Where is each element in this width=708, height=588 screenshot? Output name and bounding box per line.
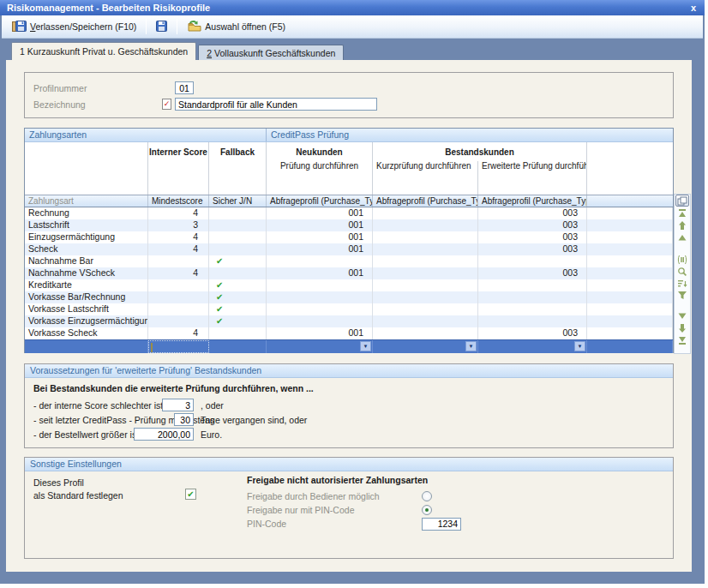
quick-profile-cell[interactable] (373, 291, 478, 303)
table-row[interactable]: Nachnahme Bar✔ (25, 255, 673, 267)
min-score-cell[interactable]: 4 (148, 267, 209, 279)
secure-check-cell[interactable] (209, 267, 267, 279)
payment-type-cell[interactable]: Lastschrift (25, 219, 148, 231)
extended-profile-cell[interactable]: ▼ (478, 340, 587, 353)
extended-profile-cell[interactable] (478, 255, 587, 267)
extended-profile-cell[interactable]: 003 (478, 219, 587, 231)
secure-check-cell[interactable]: ✔ (209, 315, 267, 327)
dropdown-button[interactable]: ▼ (360, 341, 371, 351)
min-score-cell[interactable]: 3 (148, 219, 209, 231)
new-profile-cell[interactable]: 001 (267, 267, 373, 279)
extended-profile-cell[interactable]: 003 (478, 243, 587, 255)
quick-profile-cell[interactable] (373, 327, 478, 339)
spare-cell[interactable] (587, 231, 673, 243)
payment-type-cell[interactable]: Nachnahme Bar (25, 255, 148, 267)
new-profile-cell[interactable] (267, 279, 373, 291)
secure-check-cell[interactable]: ✔ (209, 303, 267, 315)
columns-icon[interactable] (677, 255, 687, 264)
spare-cell[interactable] (587, 207, 673, 219)
save-button[interactable] (151, 18, 172, 36)
new-profile-cell[interactable]: ▼ (267, 340, 373, 353)
min-score-cell[interactable] (148, 303, 209, 315)
table-row[interactable]: Vorkasse Einzugsermächtigung✔ (25, 315, 673, 327)
dropdown-button[interactable]: ▼ (574, 341, 585, 351)
new-profile-cell[interactable]: 001 (267, 327, 373, 339)
copy-icon[interactable] (675, 195, 689, 207)
spare-cell[interactable] (587, 340, 673, 353)
pin-code-input[interactable] (422, 518, 461, 531)
payment-type-cell[interactable]: Einzugsermächtigung (25, 231, 148, 243)
min-score-cell[interactable]: 4 (148, 243, 209, 255)
dropdown-button[interactable]: ▼ (465, 341, 477, 351)
extended-profile-cell[interactable] (478, 315, 587, 327)
spare-cell[interactable] (587, 279, 673, 291)
payment-type-cell[interactable]: Vorkasse Einzugsermächtigung (25, 315, 148, 327)
min-score-cell[interactable] (148, 315, 209, 327)
secure-check-cell[interactable] (209, 327, 267, 339)
extended-profile-cell[interactable]: 003 (478, 231, 587, 243)
new-profile-cell[interactable]: 001 (267, 207, 373, 219)
quick-profile-cell[interactable] (373, 279, 478, 291)
table-row[interactable]: Einzugsermächtigung4001003 (25, 231, 673, 243)
table-row[interactable]: Vorkasse Lastschrift✔ (25, 303, 673, 315)
new-profile-cell[interactable] (267, 255, 373, 267)
min-score-cell[interactable]: 4 (148, 327, 209, 339)
table-row[interactable]: Vorkasse Scheck4001003 (25, 327, 673, 339)
close-icon[interactable]: x (689, 3, 698, 13)
min-score-cell[interactable]: 4 (148, 207, 209, 219)
secure-check-cell[interactable]: ✔ (209, 255, 267, 267)
min-score-cell[interactable] (148, 279, 209, 291)
score-threshold-input[interactable] (162, 399, 194, 411)
secure-cell[interactable] (209, 340, 267, 353)
new-profile-cell[interactable] (267, 291, 373, 303)
secure-check-cell[interactable]: ✔ (209, 279, 267, 291)
secure-check-cell[interactable] (209, 207, 267, 219)
default-profile-checkbox[interactable]: ✔ (185, 489, 196, 500)
page-down-icon[interactable] (677, 311, 687, 321)
profile-name-input[interactable] (175, 98, 377, 111)
table-row[interactable]: Kreditkarte✔ (25, 279, 673, 291)
secure-check-cell[interactable] (209, 243, 267, 255)
quick-profile-cell[interactable] (373, 303, 478, 315)
tab-vollauskunft[interactable]: 2 Vollauskunft Geschäftskunden (198, 45, 344, 60)
secure-check-cell[interactable] (209, 231, 267, 243)
payment-type-cell[interactable]: Vorkasse Lastschrift (25, 303, 148, 315)
spare-cell[interactable] (587, 255, 673, 267)
table-row-new[interactable]: ▼ ▼ ▼ (25, 339, 673, 353)
min-score-cell-editing[interactable] (148, 340, 209, 353)
spellcheck-icon[interactable]: ✓ (162, 99, 171, 110)
payment-type-cell[interactable] (25, 340, 148, 353)
new-profile-cell[interactable]: 001 (267, 243, 373, 255)
table-row[interactable]: Vorkasse Bar/Rechnung✔ (25, 291, 673, 303)
spare-cell[interactable] (587, 267, 673, 279)
spare-cell[interactable] (587, 291, 673, 303)
radio-pin[interactable] (422, 505, 432, 515)
quick-profile-cell[interactable]: ▼ (373, 340, 478, 353)
new-profile-cell[interactable] (267, 303, 373, 315)
secure-check-cell[interactable] (209, 219, 267, 231)
spare-cell[interactable] (587, 327, 673, 339)
payment-type-cell[interactable]: Nachnahme VScheck (25, 267, 148, 279)
radio-operator[interactable] (422, 491, 432, 501)
min-score-cell[interactable] (148, 291, 209, 303)
spare-cell[interactable] (587, 315, 673, 327)
page-up-icon[interactable] (677, 233, 687, 243)
table-row[interactable]: Scheck4001003 (25, 243, 673, 255)
filter-icon[interactable] (677, 291, 687, 300)
min-score-cell[interactable] (148, 255, 209, 267)
new-profile-cell[interactable]: 001 (267, 231, 373, 243)
new-profile-cell[interactable] (267, 315, 373, 327)
quick-profile-cell[interactable] (373, 255, 478, 267)
table-row[interactable]: Rechnung4001003 (25, 207, 673, 219)
move-down-icon[interactable] (677, 323, 687, 333)
extended-profile-cell[interactable] (478, 279, 587, 291)
extended-profile-cell[interactable]: 003 (478, 267, 587, 279)
min-score-cell[interactable]: 4 (148, 231, 209, 243)
payment-type-cell[interactable]: Vorkasse Bar/Rechnung (25, 291, 148, 303)
quick-profile-cell[interactable] (373, 231, 478, 243)
quick-profile-cell[interactable] (373, 315, 478, 327)
open-selection-button[interactable]: Auswahl öffnen (F5) (182, 17, 291, 36)
secure-check-cell[interactable]: ✔ (209, 291, 267, 303)
extended-profile-cell[interactable]: 003 (478, 207, 587, 219)
tab-kurzauskunft[interactable]: 1 Kurzauskunft Privat u. Geschäftskunden (11, 42, 196, 60)
